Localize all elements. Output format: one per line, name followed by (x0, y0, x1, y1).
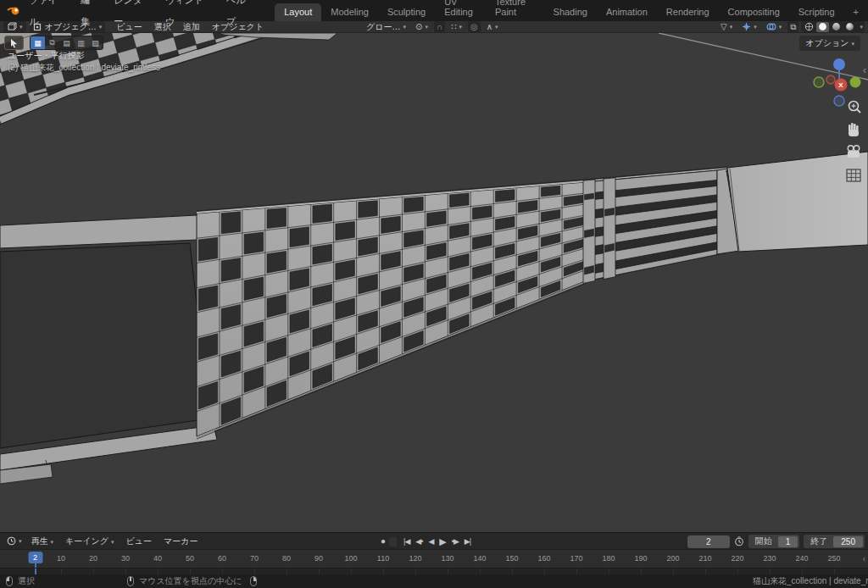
chevron-down-icon: ▾ (495, 24, 498, 30)
shading-rendered-button[interactable] (843, 22, 856, 32)
tab-compositing[interactable]: Compositing (719, 3, 789, 21)
ruler-tick-label: 170 (570, 554, 582, 563)
gizmo-y-axis[interactable] (850, 77, 861, 88)
frame-fields: 2 開始 1 終了 250 (687, 535, 865, 548)
timeline-collapse-arrow[interactable]: ‹ (863, 555, 865, 563)
ruler-tick-label: 50 (186, 554, 194, 563)
tab-animation[interactable]: Animation (597, 3, 657, 21)
blender-logo-icon[interactable] (5, 4, 21, 18)
channel-tick (319, 569, 320, 574)
pivot-point-dropdown[interactable]: ⊙ ▾ (412, 21, 431, 32)
snap-target-dropdown[interactable]: ∷ ▾ (448, 21, 465, 32)
menu-file[interactable]: ファイル (21, 0, 73, 32)
shading-wireframe-button[interactable] (803, 22, 815, 32)
ruler-tick-label: 200 (666, 554, 679, 563)
channel-tick (802, 569, 803, 574)
channel-tick (448, 569, 448, 574)
proportional-falloff-dropdown[interactable]: ∧ ▾ (483, 21, 502, 32)
active-tool-button[interactable] (4, 36, 24, 50)
object-visibility-dropdown[interactable]: ▽ ▾ (717, 21, 736, 32)
jump-to-start-button[interactable]: |◀ (401, 537, 412, 546)
show-overlays-dropdown[interactable]: ▾ (763, 21, 786, 32)
previous-keyframe-button[interactable]: ◀• (413, 537, 425, 546)
timeline-editor-type-button[interactable]: ▾ (3, 535, 25, 546)
tool-option-5-button[interactable]: ▨ (88, 36, 103, 49)
menu-help[interactable]: ヘルプ (219, 0, 261, 32)
shading-material-button[interactable] (830, 22, 843, 32)
start-frame-label: 開始 (755, 535, 772, 547)
tab-sculpting[interactable]: Sculpting (378, 3, 435, 21)
play-reverse-button[interactable]: ◀ (426, 537, 436, 546)
ruler-tick-label: 140 (473, 554, 486, 563)
ruler-tick-label: 30 (121, 554, 130, 563)
ruler-tick-label: 210 (698, 554, 711, 563)
timeline-channel-strip[interactable] (0, 568, 868, 574)
channel-tick (190, 569, 191, 574)
start-frame-field[interactable]: 開始 1 (748, 535, 800, 548)
tab-scripting[interactable]: Scripting (789, 3, 844, 21)
tool-option-4-button[interactable]: ▥ (74, 36, 88, 49)
tab-uv-editing[interactable]: UV Editing (435, 0, 486, 21)
channel-tick (609, 569, 609, 574)
gizmo-z-axis[interactable] (833, 58, 845, 70)
chevron-down-icon: ▾ (19, 538, 22, 544)
chevron-down-icon: ▾ (425, 24, 428, 30)
timeline-editor: ▾ 再生▾ キーイング▾ ビュー マーカー ● |◀ ◀• ◀ ▶ •▶ ▶| … (0, 532, 868, 574)
tab-shading[interactable]: Shading (544, 3, 597, 21)
zoom-icon[interactable] (849, 102, 861, 114)
show-gizmo-dropdown[interactable]: ▾ (738, 21, 760, 32)
channel-tick (673, 569, 674, 574)
tool-option-3-button[interactable]: ▤ (59, 36, 74, 49)
add-workspace-button[interactable]: + (844, 3, 868, 21)
ruler-tick-label: 130 (441, 554, 453, 563)
channel-tick (705, 569, 706, 574)
ruler-tick-label: 250 (827, 554, 840, 563)
pan-hand-icon[interactable] (849, 123, 859, 136)
tab-layout[interactable]: Layout (275, 3, 321, 21)
menu-window[interactable]: ウィンドウ (158, 0, 219, 32)
tab-texture-paint[interactable]: Texture Paint (486, 0, 544, 21)
tool-option-1-button[interactable]: ▦ (31, 36, 45, 49)
shading-solid-button[interactable] (816, 22, 829, 32)
menu-render[interactable]: レンダー (106, 0, 158, 32)
tool-header: ▦ ⧉ ▤ ▥ ▨ (4, 36, 103, 50)
ruler-tick-label: 180 (602, 554, 615, 563)
tab-rendering[interactable]: Rendering (657, 3, 719, 21)
ruler-tick-label: 220 (731, 554, 743, 563)
play-button[interactable]: ▶ (437, 536, 448, 547)
ruler-tick-label: 100 (344, 554, 357, 563)
transform-orientation-dropdown[interactable]: グロー… ▾ (363, 21, 409, 32)
jump-to-end-button[interactable]: ▶| (462, 537, 473, 546)
current-frame-field[interactable]: 2 (687, 535, 730, 548)
gizmo-minus-y-axis[interactable] (814, 77, 824, 87)
tool-option-2-button[interactable]: ⧉ (45, 36, 59, 49)
next-keyframe-button[interactable]: •▶ (449, 537, 461, 546)
xray-toggle[interactable]: ⧉ (787, 21, 798, 32)
grid-icon[interactable] (847, 169, 860, 181)
timeline-menu-playback[interactable]: 再生▾ (25, 535, 60, 547)
overlays-icon (766, 22, 776, 31)
tool-options-group: ▦ ⧉ ▤ ▥ ▨ (30, 36, 103, 50)
proportional-editing-toggle[interactable]: ◎ (468, 21, 481, 32)
left-mouse-icon (6, 576, 13, 586)
active-object-label: (2) 猫山来花_collection | deviate_rimless (8, 62, 160, 74)
status-active-object: 猫山来花_collection | deviate_ri (753, 574, 868, 588)
snap-toggle[interactable]: ∩ (434, 21, 445, 32)
tab-modeling[interactable]: Modeling (321, 3, 378, 21)
ruler-tick-label: 80 (282, 554, 291, 563)
timeline-menu-marker[interactable]: マーカー (158, 535, 203, 547)
3d-viewport[interactable]: ▦ ⧉ ▤ ▥ ▨ オプション ▾ ユーザー・平行投影 (2) 猫山来花_col… (0, 33, 868, 532)
timeline-menu-keying[interactable]: キーイング▾ (59, 535, 120, 547)
menu-edit[interactable]: 編集 (73, 0, 106, 32)
use-preview-range-icon[interactable] (734, 536, 744, 546)
pivot-icon: ⊙ (415, 23, 422, 31)
gizmo-minus-x-axis[interactable] (826, 75, 835, 84)
timeline-menu-view[interactable]: ビュー (120, 535, 157, 547)
record-button[interactable]: ● (378, 536, 387, 546)
keying-set-button[interactable] (389, 537, 397, 546)
camera-view-icon[interactable] (848, 146, 860, 158)
end-frame-field[interactable]: 終了 250 (804, 535, 865, 548)
workspace-tabs: Layout Modeling Sculpting UV Editing Tex… (275, 0, 868, 21)
timeline-ruler[interactable]: ‹ 10203040506070809010011012013014015016… (0, 549, 868, 568)
playhead[interactable]: 2 (28, 552, 42, 563)
